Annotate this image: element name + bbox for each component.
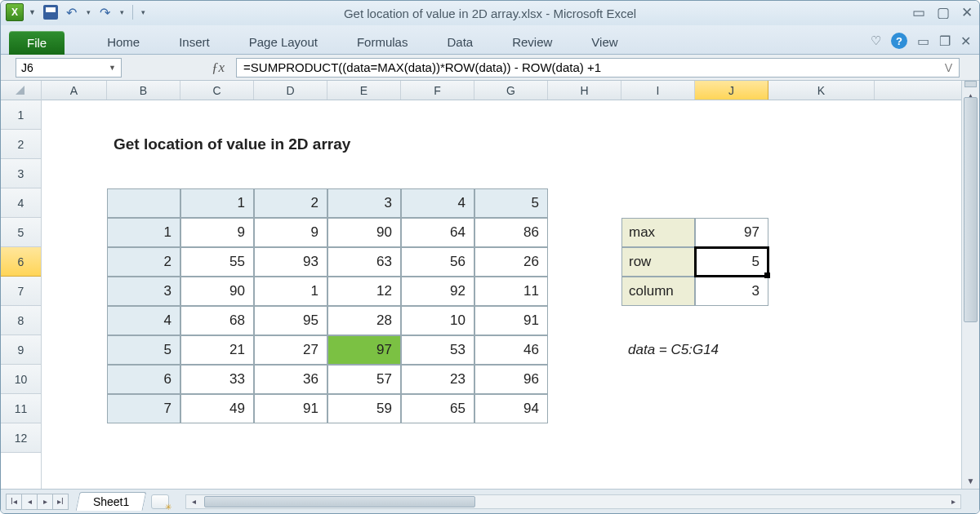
data-cell-r2-c4[interactable]: 56	[401, 247, 474, 277]
column-header-F[interactable]: F	[401, 81, 474, 100]
data-cell-r7-c5[interactable]: 94	[474, 394, 548, 423]
summary-label-max[interactable]: max	[621, 218, 695, 247]
summary-value-column[interactable]: 3	[695, 277, 768, 306]
data-cell-r1-c2[interactable]: 9	[254, 218, 327, 247]
ribbon-minimize-icon[interactable]: ♡	[871, 33, 881, 48]
data-cell-r4-c2[interactable]: 95	[254, 306, 327, 335]
name-box[interactable]: J6 ▼	[16, 58, 122, 78]
row-header-8[interactable]: 8	[1, 306, 41, 335]
data-cell-r1-c4[interactable]: 64	[401, 218, 474, 247]
data-cell-r5-c2[interactable]: 27	[254, 335, 327, 365]
data-cell-r6-c2[interactable]: 36	[254, 365, 327, 394]
row-header-10[interactable]: 10	[1, 365, 41, 394]
formula-input[interactable]: =SUMPRODUCT((data=MAX(data))*ROW(data)) …	[236, 58, 960, 78]
formula-expand-icon[interactable]: ⋁	[945, 62, 952, 73]
split-grip[interactable]	[964, 81, 977, 87]
row-header-5[interactable]: 5	[1, 218, 41, 247]
horizontal-scrollbar[interactable]: ◂ ▸	[185, 494, 961, 509]
data-cell-r1-c5[interactable]: 86	[474, 218, 548, 247]
workbook-minimize-icon[interactable]: ▭	[917, 33, 929, 49]
table-corner[interactable]	[107, 188, 180, 218]
table-col-header-4[interactable]: 4	[401, 188, 474, 218]
select-all-corner[interactable]	[1, 81, 41, 100]
qat-customize-icon[interactable]: ▾	[138, 8, 149, 16]
data-cell-r5-c4[interactable]: 53	[401, 335, 474, 365]
data-cell-r3-c1[interactable]: 90	[180, 277, 254, 306]
data-cell-r2-c5[interactable]: 26	[474, 247, 548, 277]
data-cell-r6-c5[interactable]: 96	[474, 365, 548, 394]
redo-dropdown-icon[interactable]: ▾	[117, 8, 127, 16]
table-row-header-4[interactable]: 4	[107, 306, 180, 335]
row-header-12[interactable]: 12	[1, 423, 41, 453]
data-cell-r7-c3[interactable]: 59	[327, 394, 401, 423]
summary-value-row[interactable]: 5	[695, 247, 768, 277]
redo-button[interactable]: ↷	[96, 3, 115, 21]
data-cell-r4-c3[interactable]: 28	[327, 306, 401, 335]
tab-home[interactable]: Home	[94, 30, 153, 54]
scroll-down-icon[interactable]: ▼	[962, 472, 979, 489]
undo-dropdown-icon[interactable]: ▾	[83, 8, 94, 16]
column-header-J[interactable]: J	[695, 81, 768, 100]
vertical-scrollbar[interactable]: ▲ ▼	[961, 81, 979, 489]
column-header-I[interactable]: I	[621, 81, 695, 100]
data-cell-r2-c3[interactable]: 63	[327, 247, 401, 277]
row-header-9[interactable]: 9	[1, 335, 41, 365]
table-col-header-2[interactable]: 2	[254, 188, 327, 218]
column-header-E[interactable]: E	[327, 81, 401, 100]
data-cell-r3-c3[interactable]: 12	[327, 277, 401, 306]
data-cell-r5-c1[interactable]: 21	[180, 335, 254, 365]
data-cell-r7-c2[interactable]: 91	[254, 394, 327, 423]
data-cell-r1-c1[interactable]: 9	[180, 218, 254, 247]
row-header-11[interactable]: 11	[1, 394, 41, 423]
sheet-nav-prev-icon[interactable]: ◂	[21, 494, 38, 510]
minimize-button[interactable]: ▭	[912, 4, 925, 21]
table-row-header-1[interactable]: 1	[107, 218, 180, 247]
scroll-left-icon[interactable]: ◂	[186, 497, 201, 506]
data-cell-r4-c4[interactable]: 10	[401, 306, 474, 335]
vscroll-thumb[interactable]	[964, 97, 978, 322]
data-cell-r4-c5[interactable]: 91	[474, 306, 548, 335]
data-cell-r6-c4[interactable]: 23	[401, 365, 474, 394]
row-header-6[interactable]: 6	[1, 247, 41, 277]
table-row-header-3[interactable]: 3	[107, 277, 180, 306]
fx-icon[interactable]: ƒx	[212, 60, 225, 76]
table-row-header-2[interactable]: 2	[107, 247, 180, 277]
column-header-A[interactable]: A	[42, 81, 107, 100]
name-box-dropdown-icon[interactable]: ▼	[109, 64, 116, 72]
file-tab[interactable]: File	[9, 31, 65, 55]
row-header-7[interactable]: 7	[1, 277, 41, 306]
table-col-header-5[interactable]: 5	[474, 188, 548, 218]
summary-label-column[interactable]: column	[621, 277, 695, 306]
table-row-header-7[interactable]: 7	[107, 394, 180, 423]
data-cell-r5-c5[interactable]: 46	[474, 335, 548, 365]
sheet-nav-next-icon[interactable]: ▸	[37, 494, 53, 510]
table-row-header-6[interactable]: 6	[107, 365, 180, 394]
tab-review[interactable]: Review	[499, 30, 565, 54]
maximize-button[interactable]: ▢	[937, 4, 950, 21]
data-cell-r7-c1[interactable]: 49	[180, 394, 254, 423]
column-header-B[interactable]: B	[107, 81, 180, 100]
data-cell-r6-c3[interactable]: 57	[327, 365, 401, 394]
tab-data[interactable]: Data	[434, 30, 486, 54]
workbook-close-icon[interactable]: ✕	[960, 33, 971, 49]
data-cell-r7-c4[interactable]: 65	[401, 394, 474, 423]
data-cell-r5-c3[interactable]: 97	[327, 335, 401, 365]
row-header-1[interactable]: 1	[1, 100, 41, 130]
table-row-header-5[interactable]: 5	[107, 335, 180, 365]
scroll-right-icon[interactable]: ▸	[946, 497, 960, 506]
sheet-tab-active[interactable]: Sheet1	[76, 492, 147, 511]
row-header-2[interactable]: 2	[1, 130, 41, 159]
column-header-C[interactable]: C	[180, 81, 254, 100]
column-header-K[interactable]: K	[768, 81, 875, 100]
new-sheet-button[interactable]	[151, 494, 169, 509]
data-cell-r3-c4[interactable]: 92	[401, 277, 474, 306]
vscroll-track[interactable]	[964, 97, 978, 472]
undo-button[interactable]: ↶	[62, 3, 82, 21]
app-menu-dropdown-icon[interactable]: ▼	[25, 8, 39, 16]
table-col-header-3[interactable]: 3	[327, 188, 401, 218]
save-button[interactable]	[41, 3, 60, 21]
data-cell-r6-c1[interactable]: 33	[180, 365, 254, 394]
sheet-nav-first-icon[interactable]: I◂	[6, 494, 22, 510]
tab-page-layout[interactable]: Page Layout	[236, 30, 331, 54]
sheet-nav-last-icon[interactable]: ▸I	[52, 494, 69, 510]
